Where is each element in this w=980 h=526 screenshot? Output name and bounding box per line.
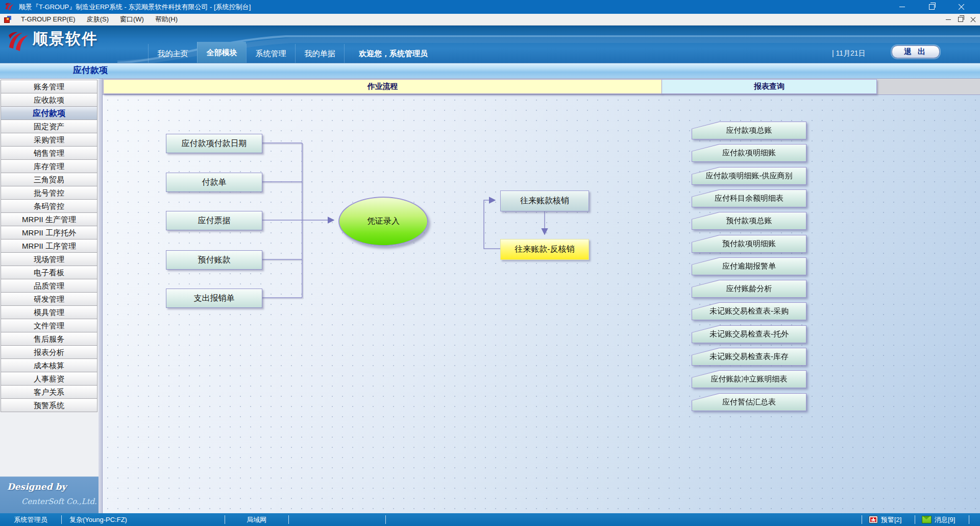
page-title: 应付款项 (73, 63, 108, 78)
sidebar-item-mold[interactable]: 模具管理 (1, 305, 97, 319)
sidebar-item-sales[interactable]: 销售管理 (1, 146, 97, 160)
sidebar-item-alert-system[interactable]: 预警系统 (1, 398, 97, 412)
sidebar-item-quality[interactable]: 品质管理 (1, 279, 97, 293)
report-button-unposted-check-purchase[interactable]: 未记账交易检查表-采购 (692, 302, 806, 320)
status-workstation: 复杂(Young-PC:FZ) (69, 513, 127, 526)
tab-all-modules[interactable]: 全部模块 (197, 42, 246, 63)
report-button-unposted-check-inventory[interactable]: 未记账交易检查表-库存 (692, 348, 806, 366)
company-text: CenterSoft Co.,Ltd. (21, 497, 97, 506)
date-text: 11月21日 (836, 49, 866, 57)
sidebar-item-crm[interactable]: 客户关系 (1, 385, 97, 399)
sidebar-item-costing[interactable]: 成本核算 (1, 358, 97, 372)
flow-box-prepayment[interactable]: 预付账款 (166, 250, 262, 270)
sidebar-item-hr-payroll[interactable]: 人事薪资 (1, 372, 97, 386)
report-button-unposted-check-outsourcing[interactable]: 未记账交易检查表-托外 (692, 325, 806, 343)
status-divider (862, 515, 862, 524)
section-header-workflow: 作业流程 (103, 79, 662, 94)
restore-icon (958, 17, 963, 22)
sidebar-item-lot-control[interactable]: 批号管控 (1, 186, 97, 200)
menu-help[interactable]: 帮助(H) (150, 14, 183, 25)
report-button-payables-detail-by-supplier[interactable]: 应付款项明细账-供应商别 (692, 167, 806, 185)
report-button-payables-account-balance-detail[interactable]: 应付科目余额明细表 (692, 189, 806, 207)
logo-text: 顺景软件 (33, 29, 98, 50)
window-minimize-button[interactable] (887, 0, 917, 14)
sidebar-item-kanban[interactable]: 电子看板 (1, 266, 97, 279)
app-logo-icon (5, 2, 15, 12)
section-header-report-query: 报表查询 (662, 79, 877, 94)
designed-by-text: Designed by (7, 482, 66, 492)
sidebar-item-mrp2-production[interactable]: MRPII 生产管理 (1, 212, 97, 226)
status-bar: 系统管理员 复杂(Young-PC:FZ) 局域网 预警[2] 消息[9] (0, 513, 980, 526)
sidebar-item-accounting[interactable]: 账务管理 (1, 80, 97, 93)
sidebar-item-after-sales[interactable]: 售后服务 (1, 332, 97, 346)
status-divider (969, 515, 969, 524)
flow-box-writeoff[interactable]: 往来账款核销 (500, 190, 589, 211)
window-restore-button[interactable] (917, 0, 946, 14)
sidebar-item-mrp2-outsourcing[interactable]: MRPII 工序托外 (1, 226, 97, 240)
first-aid-kit-icon (869, 516, 878, 523)
report-button-payables-detail-ledger[interactable]: 应付款项明细账 (692, 144, 806, 162)
report-button-payables-general-ledger[interactable]: 应付款项总账 (692, 122, 806, 139)
sidebar-item-documents[interactable]: 文件管理 (1, 319, 97, 332)
designed-by-panel: Designed by CenterSoft Co.,Ltd. (0, 476, 99, 514)
sidebar-item-report-analysis[interactable]: 报表分析 (1, 345, 97, 359)
header: 顺景软件 我的主页 全部模块 系统管理 我的单据 欢迎您，系统管理员 | 11月… (0, 25, 980, 63)
minimize-icon (946, 19, 951, 20)
report-button-payables-offset-detail[interactable]: 应付账款冲立账明细表 (692, 370, 806, 388)
sidebar-item-mrp2-process[interactable]: MRPII 工序管理 (1, 239, 97, 253)
report-button-prepayment-general-ledger[interactable]: 预付款项总账 (692, 212, 806, 230)
sidebar-splitter[interactable] (99, 78, 103, 513)
sidebar-item-payables[interactable]: 应付款项 (1, 106, 97, 120)
sidebar-item-rnd[interactable]: 研发管理 (1, 292, 97, 306)
sidebar-item-shopfloor[interactable]: 现场管理 (1, 252, 97, 266)
flow-box-notes-payable[interactable]: 应付票据 (166, 211, 262, 230)
tab-my-documents[interactable]: 我的单据 (295, 44, 345, 63)
exit-button[interactable]: 退 出 (892, 45, 940, 58)
sidebar-item-barcode-control[interactable]: 条码管控 (1, 199, 97, 213)
mdi-close-button[interactable] (970, 17, 976, 22)
header-tabs: 我的主页 全部模块 系统管理 我的单据 (148, 44, 345, 63)
alerts-label: 预警[2] (881, 515, 901, 524)
flow-box-payment-due-date[interactable]: 应付款项付款日期 (166, 134, 262, 153)
menu-tgroup-erp[interactable]: T-GROUP ERP(E) (15, 14, 81, 25)
status-messages[interactable]: 消息[9] (922, 513, 955, 526)
header-date: | 11月21日 (832, 49, 866, 58)
mdi-restore-button[interactable] (958, 17, 963, 22)
envelope-icon (922, 516, 932, 523)
breadcrumb-bar: 应付款项 (0, 63, 980, 79)
mdi-minimize-button[interactable] (946, 19, 951, 20)
menu-window[interactable]: 窗口(W) (114, 14, 150, 25)
window-title: 顺景『T-GROUP』制造业ERP系统 - 东莞顺景软件科技有限公司 - [系统… (19, 0, 251, 14)
close-icon (970, 17, 976, 22)
messages-label: 消息[9] (935, 515, 955, 524)
flow-box-reverse-writeoff[interactable]: 往来账款-反核销 (500, 239, 589, 260)
sidebar-item-purchasing[interactable]: 采购管理 (1, 133, 97, 147)
status-alerts[interactable]: 预警[2] (869, 513, 901, 526)
report-button-payables-accrual-summary[interactable]: 应付暂估汇总表 (692, 393, 806, 411)
date-separator: | (832, 49, 834, 57)
mdi-child-icon (4, 16, 11, 23)
logo-swoosh-icon (7, 30, 31, 54)
menu-bar: T-GROUP ERP(E) 皮肤(S) 窗口(W) 帮助(H) (0, 14, 980, 26)
tab-my-home[interactable]: 我的主页 (148, 44, 197, 63)
sidebar-item-fixed-assets[interactable]: 固定资产 (1, 119, 97, 133)
sidebar-item-inventory[interactable]: 库存管理 (1, 159, 97, 173)
report-button-overdue-alert[interactable]: 应付逾期报警单 (692, 257, 806, 275)
status-user: 系统管理员 (0, 513, 61, 526)
flow-box-payment-slip[interactable]: 付款单 (166, 173, 262, 192)
flow-box-expense-claim[interactable]: 支出报销单 (166, 289, 262, 308)
report-button-aging-analysis[interactable]: 应付账龄分析 (692, 280, 806, 298)
sidebar-item-receivables[interactable]: 应收款项 (1, 93, 97, 107)
welcome-text: 欢迎您，系统管理员 (359, 49, 428, 59)
title-bar: 顺景『T-GROUP』制造业ERP系统 - 东莞顺景软件科技有限公司 - [系统… (0, 0, 980, 14)
minimize-icon (899, 7, 905, 7)
tab-system-management[interactable]: 系统管理 (246, 44, 295, 63)
window-close-button[interactable] (946, 0, 976, 14)
menu-skin[interactable]: 皮肤(S) (81, 14, 114, 25)
status-divider (385, 515, 386, 524)
report-button-prepayment-detail-ledger[interactable]: 预付款项明细账 (692, 235, 806, 253)
sidebar-item-triangle-trade[interactable]: 三角贸易 (1, 173, 97, 186)
sidebar: 账务管理 应收款项 应付款项 固定资产 采购管理 销售管理 库存管理 三角贸易 … (0, 78, 99, 513)
close-icon (958, 4, 965, 10)
flow-node-voucher-entry[interactable]: 凭证录入 (338, 197, 428, 246)
